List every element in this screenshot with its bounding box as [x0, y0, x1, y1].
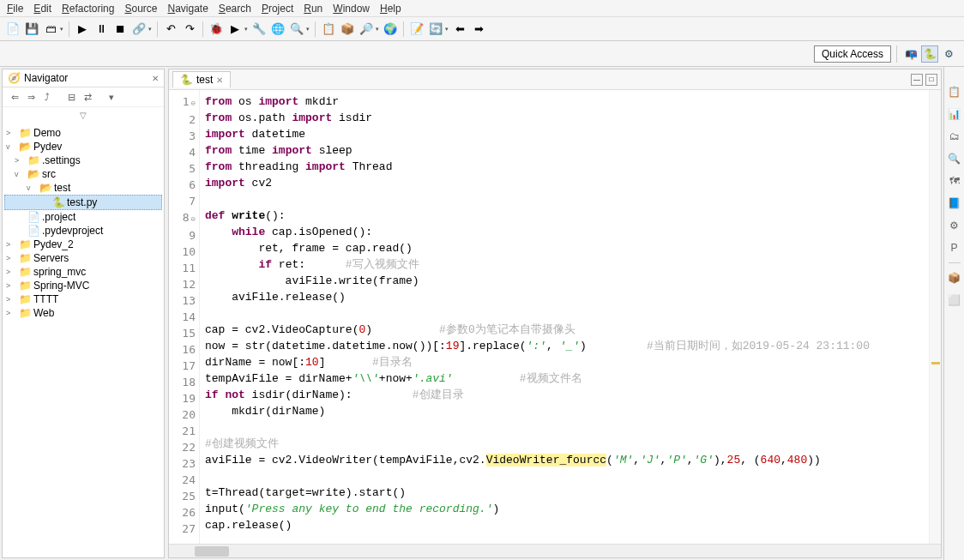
menu-navigate[interactable]: Navigate	[167, 3, 208, 15]
toolbar-button-14[interactable]: 📋	[321, 21, 336, 37]
navigator-view: 🧭 Navigator ✕ ⇐ ⇒ ⤴ ⊟ ⇄ ▾ ▽ >📁Demov📂Pyde…	[2, 69, 165, 558]
tree-label: .pydevproject	[42, 225, 103, 237]
toolbar-button-6[interactable]: 🔗	[131, 21, 147, 37]
editor-tabs: 🐍 test ✕ — □	[169, 69, 941, 90]
tree-item-pydev[interactable]: v📂Pydev	[4, 140, 162, 154]
tree-item--project[interactable]: 📄.project	[4, 210, 162, 224]
toolbar-button-0[interactable]: 📄	[5, 21, 21, 37]
python-icon[interactable]: ⚙	[940, 45, 957, 63]
toolbar-button-13[interactable]: 🔍	[289, 21, 304, 37]
tree-item-test-py[interactable]: 🐍test.py	[4, 195, 162, 210]
tray-icon-5[interactable]: 📘	[947, 196, 962, 211]
up-icon[interactable]: ⤴	[40, 90, 54, 104]
tree-item-servers[interactable]: >📁Servers	[4, 251, 162, 265]
toolbar-button-7[interactable]: ↶	[163, 21, 178, 37]
overview-ruler[interactable]	[929, 90, 941, 544]
folder-open-icon: 📂	[18, 141, 32, 153]
navigator-close-icon[interactable]: ✕	[152, 74, 159, 83]
tray-icon-6[interactable]: ⚙	[947, 218, 962, 233]
tray-icon-7[interactable]: P	[947, 240, 962, 256]
tree-item-web[interactable]: >📁Web	[4, 306, 162, 320]
toolbar-button-17[interactable]: 🌍	[383, 21, 398, 37]
menu-search[interactable]: Search	[219, 3, 251, 15]
folder-icon: 📁	[27, 154, 40, 166]
editor-tab-test[interactable]: 🐍 test ✕	[172, 71, 231, 87]
xfile-icon: 📄	[27, 225, 40, 237]
tree-label: Demo	[33, 127, 61, 139]
tree-item--settings[interactable]: >📁.settings	[4, 154, 162, 167]
tray-icon-4[interactable]: 🗺	[947, 173, 962, 189]
toolbar-button-18[interactable]: 📝	[409, 21, 425, 37]
toolbar-button-12[interactable]: 🌐	[270, 21, 286, 37]
menu-icon[interactable]: ▾	[105, 90, 118, 104]
quick-access-field[interactable]: Quick Access	[814, 45, 891, 63]
menu-file[interactable]: File	[7, 3, 23, 15]
tree-label: Web	[33, 307, 54, 319]
code-content[interactable]: from os import mkdirfrom os.path import …	[200, 90, 929, 544]
menu-source[interactable]: Source	[124, 3, 157, 15]
back-icon[interactable]: ⇐	[8, 90, 21, 104]
maximize-editor-icon[interactable]: □	[925, 74, 937, 86]
tree-label: Pydev_2	[33, 238, 74, 250]
proj-icon: 📁	[18, 266, 32, 278]
toolbar-button-2[interactable]: 🗃	[43, 21, 58, 37]
navigator-dropdown-icon[interactable]: ▽	[3, 107, 164, 123]
tray-icon-1[interactable]: 📊	[947, 106, 962, 122]
line-gutter: 1⊖2345678⊖910111213141516171819202122232…	[169, 90, 200, 544]
xfile-icon: 📄	[27, 211, 40, 223]
toolbar-button-1[interactable]: 💾	[24, 21, 39, 37]
tab-close-icon[interactable]: ✕	[216, 75, 223, 85]
code-editor[interactable]: 1⊖2345678⊖910111213141516171819202122232…	[169, 90, 941, 544]
tray-icon-0[interactable]: 📋	[947, 84, 962, 99]
toolbar-button-21[interactable]: ➡	[471, 21, 486, 37]
collapse-all-icon[interactable]: ⊟	[64, 90, 78, 104]
proj-icon: 📁	[18, 293, 32, 305]
toolbar-button-15[interactable]: 📦	[340, 21, 355, 37]
link-editor-icon[interactable]: ⇄	[81, 90, 94, 104]
python-file-icon: 🐍	[180, 74, 193, 86]
forward-icon[interactable]: ⇒	[24, 90, 38, 104]
tree-label: TTTT	[33, 293, 58, 305]
tree-item-src[interactable]: v📂src	[4, 167, 162, 181]
navigator-tree[interactable]: >📁Demov📂Pydev>📁.settingsv📂srcv📂test🐍test…	[3, 123, 164, 557]
proj-icon: 📁	[18, 252, 32, 264]
toolbar-button-20[interactable]: ⬅	[452, 21, 467, 37]
menu-window[interactable]: Window	[333, 3, 370, 15]
tree-item-tttt[interactable]: >📁TTTT	[4, 292, 162, 306]
open-perspective-icon[interactable]: 📭	[902, 45, 919, 63]
toolbar-button-4[interactable]: ⏸	[93, 21, 109, 37]
minimize-editor-icon[interactable]: —	[911, 74, 923, 86]
tray-icon-8[interactable]: 📦	[947, 270, 962, 286]
tree-label: src	[42, 168, 56, 180]
main-toolbar: 📄💾🗃▾▶⏸⏹🔗▾↶↷🐞▶▾🔧🌐🔍▾📋📦🔎▾🌍📝🔄▾⬅➡	[0, 17, 964, 41]
toolbar-button-9[interactable]: 🐞	[208, 21, 224, 37]
tree-item-test[interactable]: v📂test	[4, 181, 162, 195]
workspace: 🧭 Navigator ✕ ⇐ ⇒ ⤴ ⊟ ⇄ ▾ ▽ >📁Demov📂Pyde…	[0, 67, 964, 560]
toolbar-button-11[interactable]: 🔧	[251, 21, 267, 37]
toolbar-button-5[interactable]: ⏹	[112, 21, 128, 37]
horizontal-scrollbar[interactable]	[169, 544, 941, 557]
menu-help[interactable]: Help	[380, 3, 401, 15]
tray-icon-9[interactable]: ⬜	[947, 292, 962, 308]
toolbar-button-3[interactable]: ▶	[75, 21, 90, 37]
scrollbar-thumb[interactable]	[195, 546, 229, 557]
tree-item-spring-mvc[interactable]: >📁Spring-MVC	[4, 279, 162, 292]
menu-run[interactable]: Run	[304, 3, 322, 15]
menu-refactoring[interactable]: Refactoring	[62, 3, 114, 15]
tree-item-pydev_2[interactable]: >📁Pydev_2	[4, 238, 162, 251]
tray-icon-3[interactable]: 🔍	[947, 151, 962, 166]
editor-area: 🐍 test ✕ — □ 1⊖2345678⊖91011121314151617…	[168, 69, 942, 558]
tree-item-spring_mvc[interactable]: >📁spring_mvc	[4, 265, 162, 279]
menu-project[interactable]: Project	[262, 3, 293, 15]
toolbar-button-19[interactable]: 🔄	[428, 21, 443, 37]
toolbar-button-8[interactable]: ↷	[182, 21, 197, 37]
menu-edit[interactable]: Edit	[33, 3, 51, 15]
tree-label: spring_mvc	[33, 266, 86, 278]
pydev-perspective-icon[interactable]: 🐍	[921, 45, 938, 63]
toolbar-button-10[interactable]: ▶	[227, 21, 243, 37]
tree-item--pydevproject[interactable]: 📄.pydevproject	[4, 224, 162, 238]
tree-item-demo[interactable]: >📁Demo	[4, 126, 162, 140]
tray-icon-2[interactable]: 🗂	[947, 129, 962, 144]
pyfile-icon: 🐍	[51, 196, 65, 208]
toolbar-button-16[interactable]: 🔎	[358, 21, 374, 37]
